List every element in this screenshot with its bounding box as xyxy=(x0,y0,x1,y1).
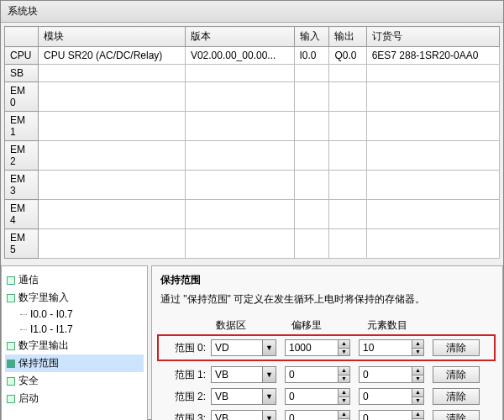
spin-down-icon[interactable]: ▼ xyxy=(412,348,423,355)
range-row-2: 范围 2:VB▼0▲▼0▲▼清除 xyxy=(160,388,494,405)
chevron-down-icon[interactable]: ▼ xyxy=(262,340,276,355)
checkbox-icon xyxy=(7,395,15,403)
row-hdr-em2: EM 2 xyxy=(5,141,39,171)
row-hdr-cpu: CPU xyxy=(5,47,39,65)
chevron-down-icon[interactable]: ▼ xyxy=(262,367,276,382)
cell-order[interactable]: 6ES7 288-1SR20-0AA0 xyxy=(366,47,499,65)
chevron-down-icon[interactable]: ▼ xyxy=(262,389,276,404)
tree-item-i0[interactable]: I0.0 - I0.7 xyxy=(18,307,144,322)
cell-module[interactable]: CPU SR20 (AC/DC/Relay) xyxy=(39,47,186,65)
spin-up-icon[interactable]: ▲ xyxy=(338,411,349,418)
combo-value: VB xyxy=(212,391,262,402)
tree-label: 数字里输入 xyxy=(18,291,69,305)
combo-value: VD xyxy=(212,342,262,354)
row-hdr-em5: EM 5 xyxy=(5,229,39,259)
clear-button[interactable]: 清除 xyxy=(433,410,480,420)
clear-button[interactable]: 清除 xyxy=(433,366,480,383)
tree-label: 数字里输出 xyxy=(18,339,69,353)
spin-up-icon[interactable]: ▲ xyxy=(338,367,349,375)
table-row[interactable]: EM 1 xyxy=(5,112,500,141)
tree-item-comm[interactable]: 通信 xyxy=(5,271,144,289)
row-hdr-sb: SB xyxy=(5,65,39,82)
panel-title: 保持范围 xyxy=(160,273,494,287)
spin-down-icon[interactable]: ▼ xyxy=(412,375,423,382)
offset-spin[interactable]: 1000▲▼ xyxy=(285,339,350,356)
spin-up-icon[interactable]: ▲ xyxy=(338,389,349,396)
range-label: 范围 2: xyxy=(160,390,211,404)
tree-label: 通信 xyxy=(18,273,39,287)
col-data: 数据区 xyxy=(216,318,291,333)
tree-item-startup[interactable]: 启动 xyxy=(5,390,144,407)
tree-item-digital-in[interactable]: 数字里输入 xyxy=(5,289,144,307)
spin-value: 0 xyxy=(360,369,412,381)
tree-item-digital-out[interactable]: 数字里输出 xyxy=(5,337,144,354)
row-hdr-em3: EM 3 xyxy=(5,171,39,200)
panel-desc: 通过 "保持范围" 可定义在发生循环上电时将保持的存储器。 xyxy=(160,292,494,307)
col-version: 版本 xyxy=(185,27,294,47)
col-blank xyxy=(5,27,39,47)
tree-label: 安全 xyxy=(18,374,39,388)
row-hdr-em1: EM 1 xyxy=(5,112,39,141)
clear-button[interactable]: 清除 xyxy=(433,388,480,405)
spin-down-icon[interactable]: ▼ xyxy=(338,396,349,404)
count-spin[interactable]: 0▲▼ xyxy=(359,410,424,420)
range-row-3: 范围 3:VB▼0▲▼0▲▼清除 xyxy=(160,410,494,420)
combo-value: VB xyxy=(212,412,262,420)
lower-pane: 通信 数字里输入 I0.0 - I0.7 I1.0 - I1.7 数字里输出 保… xyxy=(1,265,503,420)
chevron-down-icon[interactable]: ▼ xyxy=(262,411,276,420)
range-label: 范围 1: xyxy=(160,368,211,382)
offset-spin[interactable]: 0▲▼ xyxy=(285,366,350,383)
tree-sub: I0.0 - I0.7 I1.0 - I1.7 xyxy=(5,307,144,337)
system-block-window: 系统块 模块 版本 输入 输出 订货号 CPU CPU SR20 (AC/DC/… xyxy=(0,0,504,420)
spin-value: 0 xyxy=(286,369,338,381)
offset-spin[interactable]: 0▲▼ xyxy=(285,410,350,420)
spin-up-icon[interactable]: ▲ xyxy=(412,389,423,396)
table-row[interactable]: EM 4 xyxy=(5,200,500,229)
tree-item-security[interactable]: 安全 xyxy=(5,372,144,390)
spin-down-icon[interactable]: ▼ xyxy=(338,375,349,382)
spin-down-icon[interactable]: ▼ xyxy=(412,396,423,404)
spin-up-icon[interactable]: ▲ xyxy=(412,411,423,418)
offset-spin[interactable]: 0▲▼ xyxy=(285,388,350,405)
data-area-combo[interactable]: VB▼ xyxy=(211,388,276,405)
col-input: 输入 xyxy=(294,27,329,47)
range-header: 数据区 偏移里 元素数目 xyxy=(216,318,494,333)
table-row[interactable]: EM 3 xyxy=(5,171,500,200)
tree-item-retentive[interactable]: 保持范围 xyxy=(5,354,144,372)
range-rows: 范围 0:VD▼1000▲▼10▲▼清除范围 1:VB▼0▲▼0▲▼清除范围 2… xyxy=(160,336,494,420)
count-spin[interactable]: 10▲▼ xyxy=(359,339,424,356)
data-area-combo[interactable]: VD▼ xyxy=(211,339,276,356)
checkbox-icon xyxy=(7,377,15,386)
spin-up-icon[interactable]: ▲ xyxy=(338,340,349,348)
spin-down-icon[interactable]: ▼ xyxy=(338,348,349,355)
tree-label: I0.0 - I0.7 xyxy=(30,308,73,320)
tree-label: 保持范围 xyxy=(18,356,59,370)
cell-output[interactable]: Q0.0 xyxy=(329,47,366,65)
table-row[interactable]: EM 2 xyxy=(5,141,500,171)
table-row[interactable]: EM 5 xyxy=(5,229,500,259)
module-grid-area: 模块 版本 输入 输出 订货号 CPU CPU SR20 (AC/DC/Rela… xyxy=(1,23,503,262)
tree-item-i1[interactable]: I1.0 - I1.7 xyxy=(18,322,144,337)
checkbox-icon xyxy=(7,342,15,350)
data-area-combo[interactable]: VB▼ xyxy=(211,366,276,383)
row-hdr-em4: EM 4 xyxy=(5,200,39,229)
range-row-1: 范围 1:VB▼0▲▼0▲▼清除 xyxy=(160,366,494,383)
table-row[interactable]: SB xyxy=(5,65,500,82)
table-header-row: 模块 版本 输入 输出 订货号 xyxy=(5,27,500,47)
cell-version[interactable]: V02.00.00_00.00... xyxy=(185,47,294,65)
cell-input[interactable]: I0.0 xyxy=(294,47,329,65)
spin-value: 10 xyxy=(360,342,412,354)
data-area-combo[interactable]: VB▼ xyxy=(211,410,276,420)
window-title: 系统块 xyxy=(1,1,503,23)
col-order: 订货号 xyxy=(366,27,499,47)
clear-button[interactable]: 清除 xyxy=(433,339,480,356)
col-module: 模块 xyxy=(39,27,186,47)
count-spin[interactable]: 0▲▼ xyxy=(359,388,424,405)
retentive-panel: 保持范围 通过 "保持范围" 可定义在发生循环上电时将保持的存储器。 数据区 偏… xyxy=(151,265,503,420)
count-spin[interactable]: 0▲▼ xyxy=(359,366,424,383)
spin-up-icon[interactable]: ▲ xyxy=(412,367,423,375)
range-label: 范围 3: xyxy=(160,412,211,421)
table-row[interactable]: EM 0 xyxy=(5,82,500,112)
table-row[interactable]: CPU CPU SR20 (AC/DC/Relay) V02.00.00_00.… xyxy=(5,47,500,65)
spin-up-icon[interactable]: ▲ xyxy=(412,340,423,348)
